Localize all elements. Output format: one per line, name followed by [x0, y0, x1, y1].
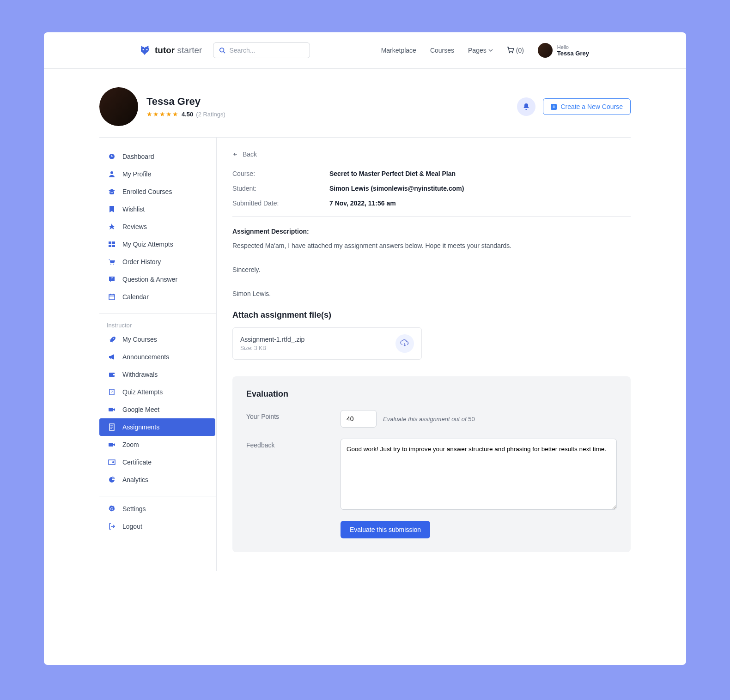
description-signature: Simon Lewis. [232, 289, 631, 300]
svg-rect-8 [112, 245, 115, 247]
sidebar-item-calendar[interactable]: Calendar [99, 288, 216, 306]
download-button[interactable] [395, 334, 414, 353]
sidebar-item-label: Assignments [122, 423, 159, 431]
nav-pages-label: Pages [468, 47, 487, 54]
sidebar-item-label: Google Meet [122, 406, 159, 413]
sidebar-item-label: Question & Answer [122, 276, 177, 283]
create-course-button[interactable]: + Create a New Course [543, 98, 631, 115]
nav-courses[interactable]: Courses [430, 47, 454, 54]
svg-point-25 [112, 461, 114, 463]
sidebar-item-reviews[interactable]: Reviews [99, 218, 216, 235]
cart-count: (0) [516, 47, 524, 54]
cart-icon [507, 47, 514, 54]
sidebar-item-assignments[interactable]: Assignments [99, 418, 215, 436]
sidebar-item-analytics[interactable]: Analytics [99, 471, 216, 489]
plus-icon: + [551, 104, 557, 110]
rating-row: ★★★★★ 4.50 (2 Ratings) [146, 110, 225, 118]
sidebar-item-zoom[interactable]: Zoom [99, 436, 216, 453]
logo[interactable]: tutor starter [141, 45, 202, 55]
rating-count: (2 Ratings) [196, 111, 225, 118]
sidebar-item-orders[interactable]: Order History [99, 253, 216, 271]
description-heading: Assignment Description: [232, 228, 631, 235]
svg-rect-6 [112, 241, 115, 244]
nav-cart[interactable]: (0) [507, 47, 524, 54]
sidebar-item-wishlist[interactable]: Wishlist [99, 200, 216, 218]
user-area[interactable]: Hello Tessa Grey [538, 43, 589, 58]
evaluation-panel: Evaluation Your Points Evaluate this ass… [232, 376, 631, 552]
bookmark-icon [108, 205, 116, 213]
chevron-down-icon [488, 48, 493, 53]
sidebar-item-profile[interactable]: My Profile [99, 165, 216, 183]
sidebar-item-certificate[interactable]: Certificate [99, 453, 216, 471]
search-input[interactable] [229, 47, 304, 54]
sidebar-footer: Settings Logout [99, 496, 216, 539]
nav-pages[interactable]: Pages [468, 47, 493, 54]
nav-marketplace[interactable]: Marketplace [381, 47, 416, 54]
dashboard-icon [108, 152, 116, 161]
sidebar-item-announcements[interactable]: Announcements [99, 348, 216, 366]
meta-value: Secret to Master Perfect Diet & Meal Pla… [329, 170, 456, 177]
logout-icon [108, 522, 116, 531]
feedback-label: Feedback [246, 439, 341, 510]
sidebar-item-label: Dashboard [122, 153, 154, 160]
meta-date: Submitted Date: 7 Nov, 2022, 11:56 am [232, 199, 631, 207]
sidebar-item-google-meet[interactable]: Google Meet [99, 401, 216, 418]
svg-point-4 [110, 171, 113, 174]
meta-course: Course: Secret to Master Perfect Diet & … [232, 170, 631, 177]
sidebar-item-label: Quiz Attempts [122, 388, 163, 396]
sidebar-item-quiz-attempts[interactable]: My Quiz Attempts [99, 235, 216, 253]
hello-label: Hello [557, 44, 589, 50]
content: Back Course: Secret to Master Perfect Di… [217, 138, 631, 571]
sidebar-item-label: Order History [122, 258, 161, 266]
search-box[interactable] [213, 42, 310, 58]
hint-max: 50 [468, 416, 474, 422]
meta-student: Student: Simon Lewis (simonlewis@nyinsti… [232, 185, 631, 192]
meta-label: Student: [232, 185, 329, 192]
page-title: Tessa Grey [146, 96, 225, 108]
sidebar-item-settings[interactable]: Settings [99, 500, 216, 518]
svg-text:?: ? [111, 277, 113, 280]
points-input[interactable] [341, 410, 377, 428]
points-row: Your Points Evaluate this assignment out… [246, 410, 617, 428]
create-course-label: Create a New Course [560, 103, 623, 110]
sidebar-main: Dashboard My Profile Enrolled Courses Wi… [99, 144, 216, 309]
svg-rect-15 [113, 374, 115, 375]
wallet-icon [108, 370, 116, 379]
sidebar-item-label: Analytics [122, 476, 148, 483]
description-body: Respected Ma'am, I have attached my assi… [232, 241, 631, 252]
svg-rect-18 [109, 408, 113, 411]
evaluate-submit-button[interactable]: Evaluate this submission [341, 521, 430, 538]
sidebar-item-enrolled[interactable]: Enrolled Courses [99, 183, 216, 200]
quiz-icon [108, 240, 116, 248]
app-container: tutor starter Marketplace Courses Pages … [44, 32, 686, 665]
arrow-left-icon [232, 151, 239, 157]
sidebar-item-label: Announcements [122, 353, 169, 361]
feedback-field [341, 439, 617, 510]
topnav: Marketplace Courses Pages (0) Hello Tess… [381, 43, 589, 58]
sidebar-item-dashboard[interactable]: Dashboard [99, 148, 216, 165]
notifications-button[interactable] [517, 97, 535, 116]
sidebar-item-quiz[interactable]: ?Quiz Attempts [99, 383, 216, 401]
divider [232, 216, 631, 217]
sidebar-item-label: Withdrawals [122, 371, 158, 378]
feedback-textarea[interactable] [341, 439, 617, 510]
sidebar-item-label: Calendar [122, 293, 149, 301]
svg-rect-5 [109, 241, 111, 244]
sidebar-item-qa[interactable]: ?Question & Answer [99, 271, 216, 288]
back-link[interactable]: Back [232, 151, 631, 158]
topbar: tutor starter Marketplace Courses Pages … [44, 32, 686, 69]
meta-value: Simon Lewis (simonlewis@nyinstitute.com) [329, 185, 464, 192]
main-wrap: Tessa Grey ★★★★★ 4.50 (2 Ratings) + Crea… [44, 69, 686, 571]
stars-icon: ★★★★★ [146, 110, 179, 118]
video-icon [108, 441, 116, 449]
sidebar-item-withdrawals[interactable]: Withdrawals [99, 366, 216, 383]
gear-icon [108, 505, 116, 513]
points-field: Evaluate this assignment out of 50 [341, 410, 617, 428]
sidebar-item-my-courses[interactable]: My Courses [99, 331, 216, 348]
sidebar-item-label: My Profile [122, 170, 151, 178]
svg-point-3 [511, 52, 513, 54]
graduation-icon [108, 187, 116, 196]
sidebar-item-label: Zoom [122, 441, 139, 448]
sidebar-item-logout[interactable]: Logout [99, 518, 216, 535]
svg-rect-23 [109, 443, 113, 447]
